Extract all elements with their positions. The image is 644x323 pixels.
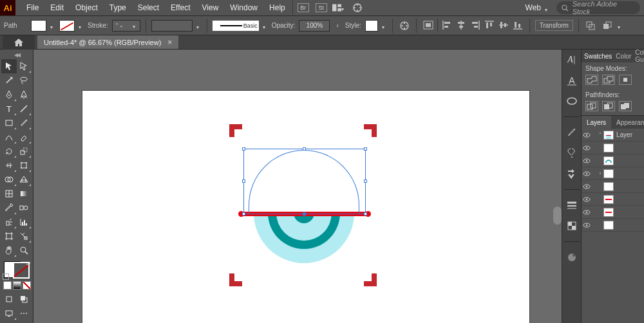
css-panel-icon[interactable] <box>565 251 578 264</box>
direct-selection-tool-icon[interactable] <box>17 59 32 73</box>
align-bottom-icon[interactable] <box>511 19 524 32</box>
resize-handle[interactable] <box>242 212 245 216</box>
fill-stroke-control[interactable]: ⤾ <box>1 260 32 280</box>
edit-toolbar-icon[interactable]: ⋯ <box>17 306 32 320</box>
align-left-icon[interactable] <box>440 19 453 32</box>
pen-tool-icon[interactable] <box>1 88 17 102</box>
merge-icon[interactable] <box>619 101 632 111</box>
workspace-switcher[interactable]: Web <box>519 3 556 12</box>
align-panel-icon[interactable] <box>422 19 435 32</box>
width-tool-icon[interactable] <box>1 158 17 172</box>
disclosure-icon[interactable]: ˅ <box>597 132 603 138</box>
layer-row[interactable] <box>582 219 644 232</box>
menu-object[interactable]: Object <box>70 0 104 15</box>
stroke-panel-icon[interactable] <box>565 199 578 212</box>
bridge-icon[interactable]: Br <box>296 1 310 15</box>
rectangle-tool-icon[interactable] <box>1 116 17 130</box>
unite-icon[interactable] <box>585 75 598 85</box>
menu-edit[interactable]: Edit <box>44 0 70 15</box>
layer-row[interactable] <box>582 142 644 154</box>
paintbrush-tool-icon[interactable] <box>17 116 32 130</box>
arrange-icon[interactable] <box>601 19 614 32</box>
scale-tool-icon[interactable] <box>17 144 32 158</box>
stock-icon[interactable]: St <box>314 1 328 15</box>
bounding-box[interactable] <box>243 149 366 214</box>
tab-appearance[interactable]: Appearance <box>611 116 644 129</box>
lasso-tool-icon[interactable] <box>17 73 32 88</box>
align-right-icon[interactable] <box>469 19 482 32</box>
visibility-toggle-icon[interactable] <box>582 145 592 151</box>
document-tab[interactable]: Untitled-4* @ 66.67% (RGB/Preview) × <box>37 35 178 49</box>
layer-row[interactable] <box>582 206 644 219</box>
brushes-panel-icon[interactable] <box>565 126 578 139</box>
rotate-tool-icon[interactable] <box>1 144 17 158</box>
transparency-panel-icon[interactable] <box>565 219 578 232</box>
visibility-toggle-icon[interactable] <box>582 171 592 176</box>
visibility-toggle-icon[interactable] <box>582 210 592 215</box>
tab-color-guide[interactable]: Color Guide <box>635 49 644 63</box>
menu-help[interactable]: Help <box>263 0 291 15</box>
drawing-mode-normal-icon[interactable] <box>1 292 17 306</box>
tab-swatches[interactable]: Swatches <box>584 53 612 60</box>
gpu-preview-icon[interactable] <box>350 1 365 15</box>
character-panel-icon[interactable]: A <box>565 74 578 87</box>
shape-builder-tool-icon[interactable] <box>1 172 17 187</box>
symbols-panel-icon[interactable] <box>565 147 578 160</box>
transform-panel-button[interactable]: Transform <box>535 20 573 31</box>
layer-row[interactable]: ˅Layer <box>582 129 644 142</box>
color-mode-gradient[interactable] <box>13 281 21 290</box>
curvature-tool-icon[interactable] <box>17 88 32 102</box>
symbol-sprayer-tool-icon[interactable] <box>1 215 17 229</box>
line-tool-icon[interactable] <box>17 102 32 116</box>
perspective-grid-tool-icon[interactable] <box>17 172 32 187</box>
hand-tool-icon[interactable] <box>1 243 17 257</box>
isolate-icon[interactable] <box>584 19 597 32</box>
opacity-field[interactable]: 100% <box>299 20 330 32</box>
opentype-panel-icon[interactable] <box>565 95 578 107</box>
eraser-tool-icon[interactable] <box>17 130 32 144</box>
menu-view[interactable]: View <box>196 0 225 15</box>
fill-swatch[interactable] <box>31 20 46 32</box>
search-stock-field[interactable]: Search Adobe Stock <box>556 1 640 14</box>
visibility-toggle-icon[interactable] <box>582 133 592 138</box>
slice-tool-icon[interactable] <box>17 229 32 243</box>
menu-file[interactable]: File <box>21 0 44 15</box>
recolor-artwork-icon[interactable] <box>398 19 411 32</box>
type-tool-icon[interactable]: T <box>1 102 17 116</box>
close-tab-icon[interactable]: × <box>167 38 172 47</box>
screen-mode-icon[interactable] <box>1 306 17 320</box>
align-hcenter-icon[interactable] <box>455 19 468 32</box>
magic-wand-tool-icon[interactable] <box>1 73 17 88</box>
visibility-toggle-icon[interactable] <box>582 184 592 189</box>
resize-handle[interactable] <box>242 180 245 183</box>
layer-name[interactable]: Layer <box>614 131 632 138</box>
resize-handle[interactable] <box>364 212 367 216</box>
layer-row[interactable] <box>582 154 644 167</box>
eyedropper-tool-icon[interactable] <box>1 201 17 215</box>
blend-tool-icon[interactable] <box>17 201 32 215</box>
gradient-tool-icon[interactable] <box>17 187 32 201</box>
align-vcenter-icon[interactable] <box>497 19 510 32</box>
menu-window[interactable]: Window <box>224 0 263 15</box>
visibility-toggle-icon[interactable] <box>582 158 592 163</box>
resize-handle[interactable] <box>303 147 306 151</box>
menu-effect[interactable]: Effect <box>165 0 196 15</box>
divide-icon[interactable] <box>585 101 598 111</box>
asset-export-panel-icon[interactable] <box>565 167 578 180</box>
minus-front-icon[interactable] <box>602 75 615 85</box>
brush-definition[interactable]: Basic <box>213 21 259 31</box>
layer-row[interactable] <box>582 193 644 206</box>
graph-tool-icon[interactable] <box>17 215 32 229</box>
visibility-toggle-icon[interactable] <box>582 197 592 202</box>
resize-handle[interactable] <box>364 180 367 183</box>
arrange-docs-icon[interactable] <box>332 1 346 15</box>
stroke-swatch[interactable] <box>59 20 75 32</box>
menu-select[interactable]: Select <box>132 0 165 15</box>
menu-type[interactable]: Type <box>104 0 132 15</box>
zoom-tool-icon[interactable] <box>17 243 32 257</box>
tab-layers[interactable]: Layers <box>582 116 611 129</box>
graphic-style-swatch[interactable] <box>365 20 378 32</box>
swap-fill-stroke-icon[interactable]: ⤾ <box>26 260 31 267</box>
resize-handle[interactable] <box>242 147 245 151</box>
layer-row[interactable] <box>582 180 644 193</box>
